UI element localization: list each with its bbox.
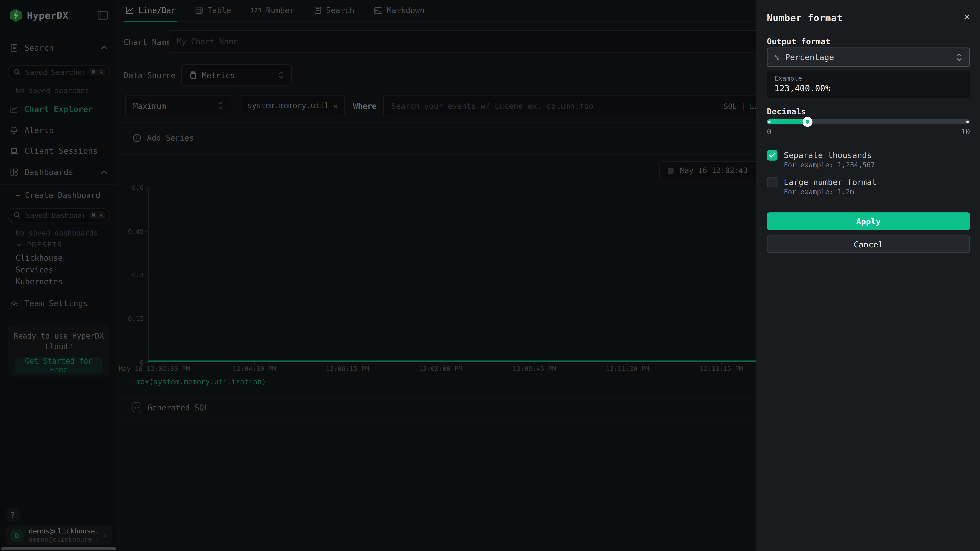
slider-fill	[767, 119, 808, 124]
separate-thousands-row[interactable]: Separate thousands	[767, 150, 872, 160]
cancel-button[interactable]: Cancel	[767, 235, 970, 253]
checkbox-checked-icon[interactable]	[767, 150, 778, 160]
format-example: Example 123,400.00%	[767, 71, 970, 98]
slider-thumb[interactable]	[803, 117, 813, 127]
separate-thousands-label: Separate thousands	[784, 150, 872, 160]
slider-mark-max	[966, 121, 969, 123]
chevron-updown-icon	[956, 52, 962, 62]
close-icon[interactable]: ✕	[964, 11, 970, 22]
slider-min-label: 0	[767, 127, 772, 136]
apply-button[interactable]: Apply	[767, 213, 970, 230]
number-format-drawer: Number format ✕ Output format % Percenta…	[756, 0, 980, 551]
decimals-label: Decimals	[767, 107, 806, 116]
separate-thousands-hint: For example: 1,234,567	[784, 161, 875, 169]
output-format-select[interactable]: % Percentage	[767, 48, 970, 67]
slider-mark-min	[768, 121, 770, 123]
large-number-row[interactable]: Large number format	[767, 177, 877, 187]
large-number-label: Large number format	[784, 177, 877, 187]
percent-icon: %	[775, 53, 780, 62]
hyperdx-app: HyperDX Search ⌘ K No saved searches Cha…	[0, 0, 980, 551]
slider-max-label: 10	[961, 127, 970, 136]
large-number-hint: For example: 1.2m	[784, 188, 854, 196]
example-value: 123,400.00%	[775, 83, 963, 93]
drawer-title: Number format	[767, 13, 843, 24]
output-format-value: Percentage	[785, 52, 834, 62]
output-format-label: Output format	[767, 37, 830, 46]
example-label: Example	[775, 74, 963, 82]
decimals-slider[interactable]	[767, 119, 970, 124]
checkbox-unchecked-icon[interactable]	[767, 177, 778, 187]
